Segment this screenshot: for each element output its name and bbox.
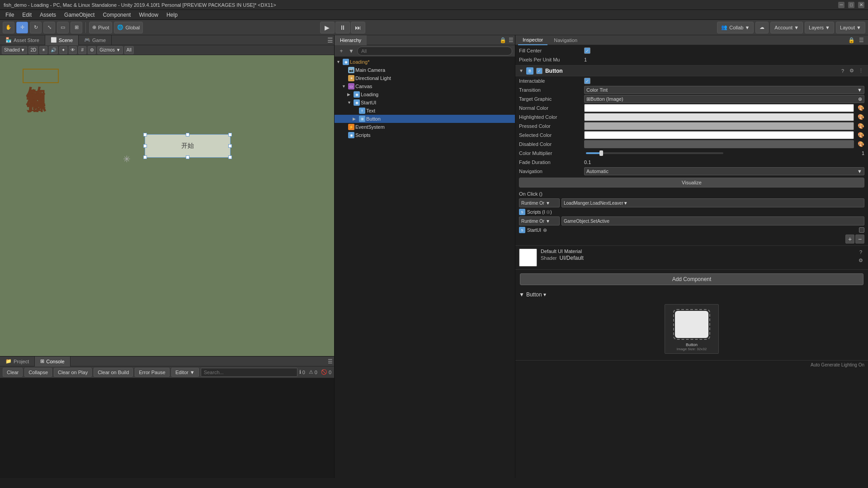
pressed-color-field[interactable]: [584, 122, 854, 130]
lighting-button[interactable]: ☀: [39, 46, 47, 54]
global-dropdown[interactable]: 🌐 Global: [114, 22, 143, 33]
onclick-runtime-dropdown-2[interactable]: Runtime Or ▼: [519, 216, 560, 225]
hierarchy-item-dirlight[interactable]: ☀ Directional Light: [335, 74, 515, 82]
color-multiplier-slider[interactable]: [586, 152, 723, 154]
menu-window[interactable]: Window: [135, 11, 162, 19]
clear-on-play-button[interactable]: Clear on Play: [54, 368, 92, 377]
collab-button[interactable]: 👥 Collab ▼: [717, 22, 754, 33]
menu-file[interactable]: File: [2, 11, 18, 19]
hierarchy-options-button[interactable]: ▼: [347, 47, 355, 55]
audio-button[interactable]: 🔊: [49, 46, 58, 54]
clear-button[interactable]: Clear: [3, 368, 23, 377]
handle-tm[interactable]: [186, 133, 189, 136]
menu-component[interactable]: Component: [99, 11, 134, 19]
add-component-button[interactable]: Add Component: [520, 273, 863, 285]
scene-menu-button[interactable]: ☰: [326, 36, 334, 44]
scene-viewport[interactable]: 钓鱼模拟器 ✳ 开始: [0, 55, 334, 356]
hierarchy-item-text[interactable]: T Text: [335, 107, 515, 115]
component-settings-button[interactable]: ⚙: [848, 67, 855, 75]
tool-move[interactable]: ✛: [16, 22, 28, 33]
fill-center-checkbox[interactable]: ✓: [584, 47, 590, 54]
handle-br[interactable]: [228, 155, 232, 159]
handle-tl[interactable]: [143, 133, 147, 136]
tool-hand[interactable]: ✋: [3, 22, 14, 33]
onclick-remove-button[interactable]: −: [855, 235, 864, 244]
navigation-tab[interactable]: Navigation: [549, 35, 582, 45]
step-button[interactable]: ⏭: [351, 22, 365, 33]
shaded-dropdown[interactable]: Shaded ▼: [2, 46, 27, 54]
grid-button[interactable]: #: [78, 46, 86, 54]
scene-tools-btn[interactable]: ⚙: [88, 46, 96, 54]
onclick-func-1[interactable]: LoadManger.LoadNextLeaver▼: [561, 198, 864, 207]
material-settings-button[interactable]: ⚙: [857, 257, 864, 264]
hierarchy-item-startui[interactable]: ▼ ◉ StartUI: [335, 99, 515, 107]
menu-help[interactable]: Help: [163, 11, 181, 19]
scene-tab[interactable]: ⬜ Scene: [45, 35, 79, 45]
maximize-button[interactable]: □: [848, 2, 854, 8]
account-button[interactable]: Account ▼: [770, 22, 803, 33]
hierarchy-search-input[interactable]: [357, 47, 512, 56]
all-dropdown[interactable]: All: [124, 46, 134, 54]
asset-store-tab[interactable]: 🏪 Asset Store: [0, 35, 45, 45]
hierarchy-lock-button[interactable]: 🔒: [499, 36, 507, 44]
hierarchy-item-eventsystem[interactable]: ⚡ EventSystem: [335, 123, 515, 131]
hierarchy-item-maincamera[interactable]: 📷 Main Camera: [335, 66, 515, 74]
handle-bm[interactable]: [186, 155, 189, 159]
material-help-button[interactable]: ?: [857, 249, 864, 256]
menu-gameobject[interactable]: GameObject: [61, 11, 98, 19]
minimize-button[interactable]: ─: [838, 2, 844, 8]
component-help-button[interactable]: ?: [839, 67, 846, 75]
layout-button[interactable]: Layout ▼: [836, 22, 865, 33]
editor-dropdown-button[interactable]: Editor ▼: [171, 368, 199, 377]
normal-color-field[interactable]: [584, 104, 854, 112]
button-component-header[interactable]: ▼ B ✓ Button ? ⚙ ⋮: [515, 66, 868, 76]
clear-on-build-button[interactable]: Clear on Build: [94, 368, 133, 377]
hidden-objects-button[interactable]: 👁: [69, 46, 77, 54]
pivot-dropdown[interactable]: ⊕ Pivot: [89, 22, 112, 33]
hierarchy-tab[interactable]: Hierarchy: [335, 35, 367, 45]
handle-rm[interactable]: [228, 144, 232, 148]
tool-rect[interactable]: ▭: [57, 22, 69, 33]
menu-assets[interactable]: Assets: [36, 11, 60, 19]
inspector-menu-button[interactable]: ☰: [857, 36, 865, 44]
hierarchy-menu-button[interactable]: ☰: [507, 36, 515, 44]
interactable-checkbox[interactable]: ✓: [584, 78, 590, 84]
close-button[interactable]: ✕: [858, 2, 864, 8]
navigation-dropdown[interactable]: Automatic ▼: [584, 167, 864, 175]
onclick-add-button[interactable]: +: [845, 235, 854, 244]
component-enabled-checkbox[interactable]: ✓: [536, 68, 542, 74]
hierarchy-item-loading[interactable]: ▼ ◉ Loading*: [335, 58, 515, 66]
error-pause-button[interactable]: Error Pause: [135, 368, 170, 377]
collapse-button[interactable]: Collapse: [24, 368, 52, 377]
hierarchy-item-canvas[interactable]: ▼ ▭ Canvas: [335, 82, 515, 90]
gizmos-dropdown[interactable]: Gizmos ▼: [97, 46, 123, 54]
onclick-checkbox-2[interactable]: [859, 227, 864, 233]
console-tab[interactable]: ⊞ Console: [35, 357, 70, 366]
highlighted-color-field[interactable]: [584, 113, 854, 121]
onclick-runtime-dropdown-1[interactable]: Runtime Or ▼: [519, 198, 560, 207]
target-graphic-dropdown[interactable]: ⊞Button (Image) ⊕: [584, 95, 864, 103]
selected-button-element[interactable]: 开始: [145, 134, 231, 158]
visualize-button[interactable]: Visualize: [519, 178, 864, 188]
color-picker-icon[interactable]: 🎨: [858, 114, 864, 120]
color-picker-icon[interactable]: 🎨: [858, 132, 864, 138]
hierarchy-item-scripts[interactable]: ◉ Scripts: [335, 131, 515, 139]
cloud-button[interactable]: ☁: [755, 22, 769, 33]
pause-button[interactable]: ⏸: [335, 22, 350, 33]
twod-button[interactable]: 2D: [28, 46, 38, 54]
tool-scale[interactable]: ⤡: [43, 22, 55, 33]
onclick-func-2[interactable]: GameObject.SetActive: [561, 216, 864, 225]
play-button[interactable]: ▶: [320, 22, 335, 33]
hierarchy-add-button[interactable]: +: [337, 47, 345, 55]
effects-button[interactable]: ✦: [59, 46, 67, 54]
menu-edit[interactable]: Edit: [19, 11, 35, 19]
handle-bl[interactable]: [143, 155, 147, 159]
transition-dropdown[interactable]: Color Tint ▼: [584, 86, 864, 94]
disabled-color-field[interactable]: [584, 140, 854, 148]
tool-transform[interactable]: ⊞: [71, 22, 82, 33]
color-picker-icon[interactable]: 🎨: [858, 141, 864, 147]
layers-button[interactable]: Layers ▼: [805, 22, 834, 33]
tool-rotate[interactable]: ↻: [30, 22, 42, 33]
console-menu-button[interactable]: ☰: [326, 357, 334, 366]
console-search-input[interactable]: [201, 368, 297, 377]
